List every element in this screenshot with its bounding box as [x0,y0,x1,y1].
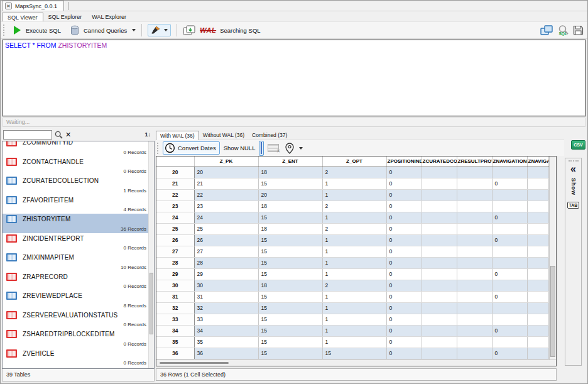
grid-cell[interactable]: 1 [322,268,386,280]
grid-cell[interactable]: 0 [386,348,422,359]
grid-cell[interactable] [422,200,457,212]
grid-cell[interactable]: 26 [194,234,258,246]
grid-cell[interactable] [457,200,492,212]
collapse-chevrons-icon[interactable]: « [570,164,576,174]
convert-dates-button[interactable]: Convert Dates [163,141,220,155]
grid-cell[interactable]: 0 [386,189,422,200]
table-row[interactable]: 3636151500 [156,348,548,359]
grid-cell[interactable]: 30 [194,280,258,291]
list-item[interactable]: ZSHAREDTRIPBLOCKEDITEM 0 Records [3,329,154,348]
tab-combined[interactable]: Combined (37) [248,131,291,140]
grid-cell[interactable] [457,302,492,314]
grid-cell[interactable] [527,178,548,189]
grid-cell[interactable]: 1 [322,336,386,348]
scrollbar-thumb[interactable] [150,273,153,334]
windows-icon[interactable] [540,25,553,35]
grid-cell[interactable]: 1 [322,291,386,302]
grid-cell[interactable] [527,268,548,280]
grid-cell[interactable]: 36 [194,348,258,359]
grid-cell[interactable] [527,336,548,348]
grid-cell[interactable] [422,280,457,291]
column-header[interactable]: ZRESULTPROV [457,156,492,167]
toolbar-grip[interactable] [157,143,159,154]
grid-cell[interactable] [492,200,527,212]
grid-cell[interactable]: 0 [386,314,422,325]
grid-horizontal-scrollbar[interactable] [156,359,556,366]
grid-cell[interactable]: 0 [386,325,422,336]
chevron-down-icon[interactable] [132,29,136,31]
grid-cell[interactable] [527,246,548,257]
grid-cell[interactable] [527,291,548,302]
grid-cell[interactable] [422,257,457,268]
tab-with-wal[interactable]: With WAL (36) [156,131,199,140]
grid-cell[interactable]: 0 [386,200,422,212]
grid-cell[interactable]: 15 [258,336,322,348]
grid-cell[interactable] [422,178,457,189]
grid-cell[interactable]: 34 [194,325,258,336]
grid-cell[interactable] [527,200,548,212]
row-number[interactable]: 27 [156,246,194,257]
list-item[interactable]: ZCONTACTHANDLE 0 Records [3,156,154,176]
row-number[interactable]: 24 [156,212,194,223]
grid-cell[interactable] [492,167,527,178]
grid-cell[interactable]: 0 [492,268,527,280]
grid-cell[interactable]: 1 [322,325,386,336]
grid-cell[interactable]: 0 [386,302,422,314]
grid-cell[interactable] [527,167,548,178]
grid-cell[interactable]: 0 [386,223,422,234]
table-row[interactable]: 212115100 [156,178,548,189]
list-item[interactable]: ZMIXINMAPITEM 10 Records [3,252,154,272]
table-row[interactable]: 27271510 [156,246,548,257]
show-panel-label[interactable]: Show [570,178,577,195]
grid-cell[interactable] [457,268,492,280]
grid-cell[interactable] [422,223,457,234]
grid-cell[interactable] [527,325,548,336]
grid-cell[interactable]: 1 [322,212,386,223]
table-row[interactable]: 313115100 [156,291,548,302]
tab-without-wal[interactable]: Without WAL (36) [199,131,248,140]
grid-cell[interactable] [492,189,527,200]
table-row[interactable]: 28281510 [156,257,548,268]
grid-cell[interactable]: 15 [258,314,322,325]
row-number[interactable]: 25 [156,223,194,234]
tab-sql-viewer[interactable]: SQL Viewer [2,13,43,22]
grid-cell[interactable]: 24 [194,212,258,223]
row-number[interactable]: 26 [156,234,194,246]
table-row[interactable]: 23231820 [156,200,548,212]
grid-cell[interactable]: 2 [322,167,386,178]
scrollbar-thumb[interactable] [550,266,556,357]
table-row[interactable]: 35351510 [156,336,548,348]
grid-cell[interactable] [457,178,492,189]
grid-cell[interactable] [457,325,492,336]
table-disabled-icon[interactable] [268,144,279,152]
grid-cell[interactable]: 1 [322,246,386,257]
grid-cell[interactable]: 1 [322,257,386,268]
grid-cell[interactable] [527,280,548,291]
grid-cell[interactable] [422,189,457,200]
tab-wal-explorer[interactable]: WAL Explorer [87,13,131,21]
grid-cell[interactable] [422,167,457,178]
column-header[interactable]: ZCURATEDCOL [422,156,457,167]
grid-cell[interactable] [457,348,492,359]
grid-cell[interactable]: 31 [194,291,258,302]
list-item[interactable]: ZHISTORYITEM 36 Records [3,214,154,233]
sort-icon[interactable]: 1↓ [144,131,153,138]
grid-cell[interactable]: 15 [258,257,322,268]
tab-sql-explorer[interactable]: SQL Explorer [43,13,87,21]
grid-cell[interactable]: 0 [492,348,527,359]
grid-cell[interactable]: 0 [386,234,422,246]
column-header[interactable]: ZPOSITIONINDI [386,156,422,167]
grid-cell[interactable]: 1 [322,234,386,246]
grid-cell[interactable] [457,167,492,178]
list-item[interactable]: ZVEHICLE 0 Records [3,348,154,368]
grid-cell[interactable]: 27 [194,246,258,257]
grid-cell[interactable]: 18 [258,280,322,291]
close-icon[interactable]: ✕ [5,3,12,9]
grid-cell[interactable]: 2 [322,200,386,212]
canned-queries-button[interactable]: Canned Queries [84,27,127,34]
grid-cell[interactable] [527,234,548,246]
grid-cell[interactable]: 0 [492,212,527,223]
grid-cell[interactable]: 0 [386,291,422,302]
row-number[interactable]: 31 [156,291,194,302]
list-item[interactable]: ZSERVEREVALUATIONSTATUS 0 Records [3,310,154,329]
